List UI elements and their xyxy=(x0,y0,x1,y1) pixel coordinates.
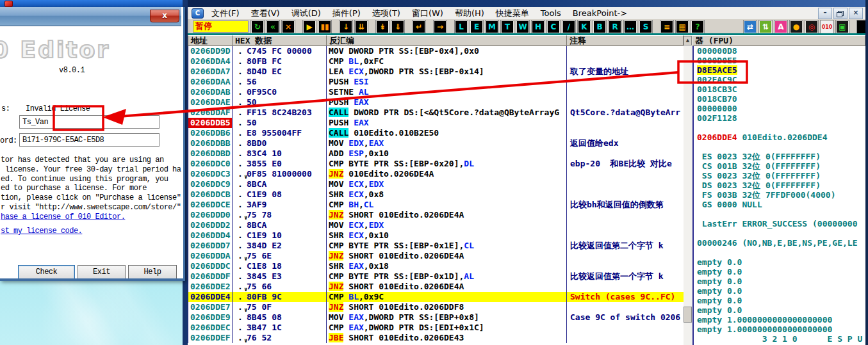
disasm-row[interactable]: 0206DDB5.50PUSH EAX xyxy=(188,118,684,128)
register-line[interactable] xyxy=(694,142,865,152)
register-line[interactable]: 0206DDE4 010Edito.0206DDE4 xyxy=(694,132,865,142)
check-license-button[interactable]: Check License xyxy=(18,265,75,278)
register-line[interactable]: 0018CB3C xyxy=(694,84,865,94)
disasm-row[interactable]: 0206DDCB.C1E9 08SHR ECX,0x8 xyxy=(188,189,684,200)
plugin-updown-button[interactable]: ⇅ xyxy=(758,20,773,34)
disasm-row[interactable]: 0206DDBB.8BD0MOV EDX,EAX返回值给edx xyxy=(188,138,684,148)
register-line[interactable]: empty 0.0 xyxy=(694,277,865,286)
purchase-license-link[interactable]: hase a license of 010 Editor. xyxy=(1,213,125,221)
register-line[interactable]: D8E5ACE5 xyxy=(694,65,865,75)
source-window-button[interactable]: S xyxy=(639,20,653,34)
register-line[interactable]: DS 0023 32位 0(FFFFFFFF) xyxy=(694,181,865,190)
register-line[interactable] xyxy=(694,123,865,132)
menu-item-10[interactable]: BreakPoint-> xyxy=(567,7,633,19)
plugin-010-button[interactable]: 010 xyxy=(820,20,834,34)
register-line[interactable] xyxy=(694,229,865,238)
disasm-row[interactable]: 0206DDC3.∨0F85 81000000JNZ 010Edito.0206… xyxy=(188,169,684,179)
register-line[interactable]: empty 0.0 xyxy=(694,257,865,267)
minimize-button[interactable]: – xyxy=(818,8,832,19)
restore-button[interactable] xyxy=(833,8,848,19)
register-line[interactable]: SS 0023 32位 0(FFFFFFFF) xyxy=(694,171,865,181)
password-field[interactable] xyxy=(19,133,160,147)
disasm-row[interactable]: 0206DDDA.∨75 6EJNZ SHORT 010Edito.0206DE… xyxy=(188,251,684,261)
threads-window-button[interactable]: T xyxy=(500,20,514,34)
menu-item-2[interactable]: 查看(V) xyxy=(245,7,286,19)
disasm-row[interactable]: 0206DD9D.C745 FC 00000MOV DWORD PTR SS:[… xyxy=(188,46,684,56)
run-trace-window-button[interactable]: … xyxy=(623,20,637,34)
register-line[interactable]: LastErr ERROR_SUCCESS (00000000 xyxy=(694,219,865,229)
register-line[interactable]: 002FAC9C xyxy=(694,75,865,84)
step-back-button[interactable]: « xyxy=(266,20,280,34)
disasm-row[interactable]: 0206DDAF.FF15 8C24B203CALL DWORD PTR DS:… xyxy=(188,108,684,118)
disasm-row[interactable]: 0206DDA4.80FB FCCMP BL,0xFC xyxy=(188,56,684,67)
menu-item-7[interactable]: 帮助(H) xyxy=(449,7,490,19)
disasm-row[interactable]: 0206DDAE.50PUSH EAX xyxy=(188,97,684,108)
register-line[interactable]: CS 001B 32位 0(FFFFFFFF) xyxy=(694,161,865,171)
step-into-button[interactable]: ↓ xyxy=(339,20,353,34)
scrollbar-thumb[interactable] xyxy=(684,307,692,323)
plugin-circle-button[interactable]: ● xyxy=(789,20,803,34)
windows-window-button[interactable]: W xyxy=(516,20,530,34)
call-stack-window-button[interactable]: K xyxy=(577,20,591,34)
cpu-window-button[interactable]: C xyxy=(546,20,561,34)
pause-button[interactable]: ▮▮ xyxy=(318,20,332,34)
dialog-close-button[interactable]: x xyxy=(150,10,179,22)
disasm-scrollbar[interactable]: ▲ xyxy=(684,35,692,345)
register-line[interactable]: 00000000 xyxy=(694,104,865,113)
plugin-target-button[interactable]: ◎ xyxy=(805,20,819,34)
references-window-button[interactable]: R xyxy=(608,20,622,34)
register-line[interactable]: empty 0.0 xyxy=(694,296,865,305)
disasm-row[interactable]: 0206DDD0.∨75 78JNZ SHORT 010Edito.0206DE… xyxy=(188,210,684,220)
disasm-row[interactable]: 0206DDD2.8BCAMOV ECX,EDX xyxy=(188,220,684,230)
menu-item-9[interactable]: Tools xyxy=(535,7,567,19)
register-line[interactable]: 3 2 1 0 E S P U xyxy=(694,334,865,344)
executables-window-button[interactable]: E xyxy=(470,20,484,34)
register-line[interactable]: 00000246 (NO,NB,E,BE,NS,PE,GE,LE xyxy=(694,238,865,248)
register-line[interactable]: GS 0000 NULL xyxy=(694,200,865,209)
animate-into-button[interactable]: ↡ xyxy=(375,20,389,34)
disasm-row[interactable]: 0206DDDC.C1E8 18SHR EAX,0x18 xyxy=(188,261,684,271)
register-line[interactable]: 0000D0E5 xyxy=(694,56,865,65)
menu-item-4[interactable]: 插件(P) xyxy=(327,7,366,19)
handles-window-button[interactable]: H xyxy=(531,20,545,34)
disasm-row[interactable]: 0206DDC0.3855 E0CMP BYTE PTR SS:[EBP-0x2… xyxy=(188,159,684,169)
disasm-row[interactable]: 0206DDEF.∨76 52JBE SHORT 010Edito.0206DE… xyxy=(188,333,684,343)
disasm-row[interactable]: 0206DDD7.384D E2CMP BYTE PTR SS:[EBP-0x1… xyxy=(188,241,684,251)
breakpoints-window-button[interactable]: B xyxy=(593,20,607,34)
register-line[interactable]: FS 003B 32位 7FFDF000(4000) xyxy=(694,190,865,200)
animate-over-button[interactable]: ⇓ xyxy=(391,20,405,34)
run-button[interactable]: ▶ xyxy=(302,20,316,34)
menu-item-1[interactable]: 文件(F) xyxy=(206,7,245,19)
register-line[interactable]: empty 0.0 xyxy=(694,305,865,315)
menu-item-5[interactable]: 选项(T) xyxy=(366,7,406,19)
cpu-window-icon[interactable]: C xyxy=(192,8,204,19)
disasm-row[interactable]: 0206DDAB.0F95C0SETNE AL xyxy=(188,87,684,97)
go-to-button[interactable]: → xyxy=(433,20,447,34)
memory-window-button[interactable]: M xyxy=(485,20,499,34)
disasm-row[interactable]: 0206DDE4.80FB 9CCMP BL,0x9CSwitch (cases… xyxy=(188,292,684,302)
request-license-link[interactable]: st my license code. xyxy=(1,227,82,236)
patches-window-button[interactable]: / xyxy=(562,20,576,34)
list-button[interactable]: ≡ xyxy=(660,20,674,34)
disasm-row[interactable]: 0206DDB6.E8 955004FFCALL 010Edito.010B2E… xyxy=(188,128,684,138)
disasm-row[interactable]: 0206DDEC.3B47 1CCMP EAX,DWORD PTR DS:[ED… xyxy=(188,323,684,333)
name-field[interactable] xyxy=(19,115,160,129)
grid-button[interactable]: ▦ xyxy=(675,20,689,34)
disasm-row[interactable]: 0206DDA7.8D4D ECLEA ECX,DWORD PTR SS:[EB… xyxy=(188,67,684,77)
disasm-row[interactable]: 0206DDCE.3AF9CMP BH,CL比较bh和返回值的倒数第 xyxy=(188,200,684,210)
plugin-swap-button[interactable]: ⇄ xyxy=(743,20,757,34)
register-line[interactable]: ES 0023 32位 0(FFFFFFFF) xyxy=(694,152,865,161)
register-line[interactable]: empty 0.0 xyxy=(694,286,865,296)
scroll-up-icon[interactable]: ▲ xyxy=(684,36,692,45)
menu-item-6[interactable]: 窗口(W) xyxy=(406,7,449,19)
register-line[interactable]: 002F1128 xyxy=(694,113,865,123)
register-line[interactable]: empty 1.0000000000000000000 xyxy=(694,325,865,334)
plugin-window-button[interactable]: ▣ xyxy=(835,20,849,34)
register-line[interactable] xyxy=(694,248,865,257)
register-line[interactable]: 000000D8 xyxy=(694,46,865,56)
plugin-a-button[interactable]: A xyxy=(774,20,788,34)
disasm-row[interactable]: 0206DDE2.∨75 66JNZ SHORT 010Edito.0206DE… xyxy=(188,282,684,292)
disasm-row[interactable]: 0206DDAA.56PUSH ESI xyxy=(188,77,684,87)
close-button[interactable]: × xyxy=(849,8,863,19)
register-line[interactable]: 0018CB70 xyxy=(694,94,865,104)
